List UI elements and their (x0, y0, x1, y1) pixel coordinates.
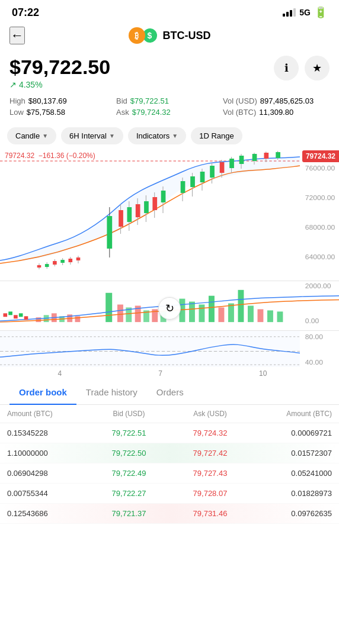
battery-icon: 🔋 (314, 6, 327, 19)
status-icons: 5G 🔋 (283, 6, 327, 19)
candle-button[interactable]: Candle ▼ (7, 127, 56, 144)
chart-controls: Candle ▼ 6H Interval ▼ Indicators ▼ 1D R… (0, 124, 339, 148)
svg-rect-72 (238, 290, 244, 322)
stat-low: Low $75,758.58 (9, 108, 116, 117)
svg-rect-36 (200, 172, 205, 182)
svg-rect-78 (8, 311, 12, 315)
ob-col-amount-left: Amount (BTC) (7, 410, 88, 418)
svg-rect-48 (264, 153, 269, 159)
svg-rect-26 (144, 201, 149, 213)
tab-trade-history[interactable]: Trade history (76, 380, 147, 404)
svg-rect-76 (277, 311, 283, 322)
svg-text:64000.00: 64000.00 (305, 253, 335, 260)
signal-bars-icon (283, 8, 296, 17)
svg-text:76000.00: 76000.00 (305, 165, 335, 171)
price-section: $79,722.50 ↗ 4.35% ℹ ★ (0, 49, 339, 94)
ob-header: Amount (BTC) Bid (USD) Ask (USD) Amount … (0, 405, 339, 423)
svg-rect-50 (276, 152, 280, 158)
candle-chevron-icon: ▼ (42, 133, 48, 139)
svg-rect-82 (0, 331, 300, 367)
svg-rect-69 (209, 296, 215, 322)
orderbook: Amount (BTC) Bid (USD) Ask (USD) Amount … (0, 405, 339, 524)
svg-rect-22 (127, 207, 132, 222)
price-main: $79,722.50 ↗ 4.35% (9, 56, 110, 89)
svg-rect-6 (37, 265, 41, 268)
svg-rect-81 (24, 316, 28, 320)
svg-rect-77 (4, 313, 8, 317)
candlestick-chart: 76000.00 72000.00 68000.00 64000.00 (0, 148, 339, 278)
stat-vol-usd: Vol (USD) 897,485,625.03 (223, 96, 330, 105)
tab-order-book[interactable]: Order book (9, 380, 76, 404)
status-time: 07:22 (12, 7, 39, 19)
header-title: ₿ $ BTC-USD (129, 27, 211, 44)
table-row[interactable]: 0.06904298 79,722.49 79,727.43 0.0524100… (0, 463, 339, 484)
chart-area[interactable]: 79724.32 −161.36 (−0.20%) 79724.32 76000… (0, 148, 339, 367)
stat-bid: Bid $79,722.51 (116, 96, 223, 105)
svg-rect-38 (210, 166, 215, 178)
price-actions: ℹ ★ (274, 56, 330, 80)
x-label-10: 10 (259, 369, 267, 378)
svg-rect-24 (136, 204, 140, 217)
svg-rect-59 (105, 293, 112, 322)
refresh-button[interactable]: ↻ (158, 297, 181, 320)
svg-rect-20 (119, 210, 123, 227)
svg-rect-30 (161, 191, 166, 202)
table-row[interactable]: 0.00755344 79,722.27 79,728.07 0.0182897… (0, 484, 339, 504)
svg-rect-14 (69, 259, 73, 262)
svg-rect-42 (229, 159, 234, 168)
ob-col-amount-right: Amount (BTC) (251, 410, 332, 418)
svg-rect-67 (189, 302, 195, 323)
interval-chevron-icon: ▼ (109, 133, 115, 139)
svg-rect-58 (75, 316, 81, 322)
svg-text:80.00: 80.00 (305, 333, 323, 340)
network-label: 5G (299, 8, 311, 17)
range-button[interactable]: 1D Range (191, 127, 242, 144)
svg-rect-73 (248, 305, 254, 322)
table-row[interactable]: 0.15345228 79,722.51 79,724.32 0.0006972… (0, 423, 339, 443)
svg-rect-68 (199, 305, 205, 323)
status-bar: 07:22 5G 🔋 (0, 0, 339, 22)
watchlist-button[interactable]: ★ (305, 56, 330, 80)
price-change: ↗ 4.35% (9, 80, 110, 89)
svg-rect-10 (53, 261, 57, 265)
tabs: Order book Trade history Orders (0, 380, 339, 405)
btc-icon: ₿ (129, 27, 145, 44)
svg-rect-53 (36, 317, 41, 322)
svg-rect-16 (76, 257, 81, 260)
back-button[interactable]: ← (9, 27, 25, 44)
svg-rect-60 (117, 305, 123, 323)
svg-text:0.00: 0.00 (305, 318, 319, 324)
stat-vol-btc: Vol (BTC) 11,309.80 (223, 108, 330, 117)
header: ← ₿ $ BTC-USD (0, 22, 339, 49)
x-label-4: 4 (58, 369, 62, 378)
coin-icons: ₿ $ (129, 27, 158, 44)
svg-rect-74 (258, 309, 264, 322)
rsi-chart: 80.00 40.00 (0, 330, 339, 367)
chart-x-labels: 4 7 10 (0, 367, 339, 380)
svg-text:68000.00: 68000.00 (305, 224, 335, 230)
table-row[interactable]: 1.10000000 79,722.50 79,727.42 0.0157230… (0, 443, 339, 463)
svg-rect-8 (45, 264, 49, 267)
x-label-7: 7 (158, 369, 162, 378)
ob-col-ask: Ask (USD) (170, 410, 251, 418)
indicators-chevron-icon: ▼ (172, 133, 178, 139)
ob-col-bid: Bid (USD) (88, 410, 170, 418)
indicators-button[interactable]: Indicators ▼ (128, 127, 186, 144)
pair-title: BTC-USD (163, 30, 211, 42)
interval-button[interactable]: 6H Interval ▼ (61, 127, 123, 144)
stat-high: High $80,137.69 (9, 96, 116, 105)
svg-text:2000.00: 2000.00 (305, 282, 331, 289)
table-row[interactable]: 0.12543686 79,721.37 79,731.46 0.0976263… (0, 504, 339, 524)
tab-orders[interactable]: Orders (147, 380, 193, 404)
svg-rect-28 (152, 197, 157, 210)
stat-ask: Ask $79,724.32 (116, 108, 223, 117)
price-value: $79,722.50 (9, 56, 110, 79)
chart-top-label: 79724.32 −161.36 (−0.20%) (5, 152, 95, 160)
svg-rect-80 (19, 313, 23, 317)
svg-rect-12 (60, 260, 65, 263)
info-button[interactable]: ℹ (274, 56, 299, 80)
svg-rect-46 (252, 154, 257, 161)
svg-text:40.00: 40.00 (305, 359, 323, 366)
svg-rect-79 (14, 315, 18, 318)
stats-grid: High $80,137.69 Bid $79,722.51 Vol (USD)… (0, 94, 339, 124)
